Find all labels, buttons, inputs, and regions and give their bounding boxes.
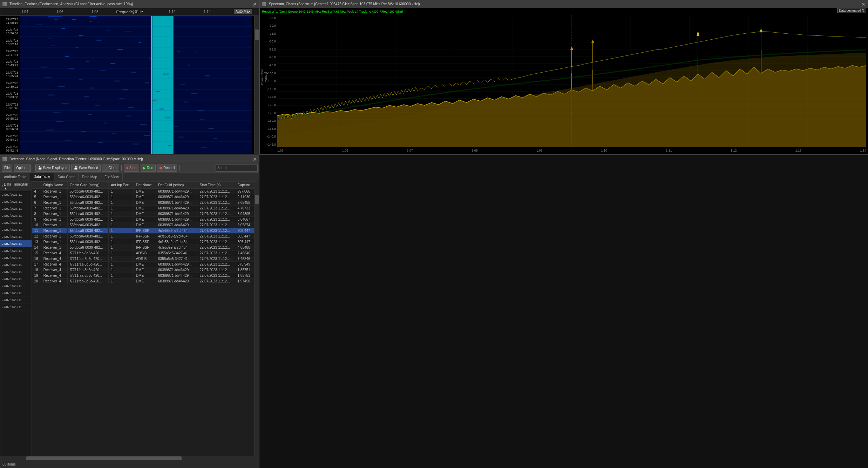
svg-rect-78 [46, 129, 54, 131]
time-row-4[interactable]: 27/07/2023 11 [0, 219, 32, 226]
table-row[interactable]: 5 Receiver_1 55fcbca6-0039-482... 1 DME … [32, 194, 254, 200]
col-header-start[interactable]: Start Time (s) [197, 182, 235, 189]
table-row[interactable]: 15 Receiver_4 f7711faa-3b6c-420... 1 ADS… [32, 250, 254, 256]
table-row[interactable]: 8 Receiver_1 55fcbca6-0039-482... 1 DME … [32, 211, 254, 217]
tab-data-map[interactable]: Data Map [79, 173, 101, 181]
timeline-close-btn[interactable]: ✕ [253, 2, 257, 7]
table-row[interactable]: 9 Receiver_1 55fcbca6-0039-482... 1 DME … [32, 217, 254, 222]
save-displayed-btn[interactable]: 💾 Save Displayed [35, 165, 70, 172]
cell-det-name: ADS-B [134, 250, 156, 256]
table-row[interactable]: 17 Receiver_4 f7711faa-3b6c-420... 1 DME… [32, 262, 254, 267]
table-row[interactable]: 14 Receiver_1 55fcbca6-0039-482... 1 IFF… [32, 245, 254, 250]
time-row-11[interactable]: 27/07/2023 11 [0, 268, 32, 275]
table-row[interactable]: 10 Receiver_1 55fcbca6-0039-482... 1 DME… [32, 222, 254, 228]
tab-data-chart[interactable]: Data Chart [54, 173, 78, 181]
time-row-10[interactable]: 27/07/2023 11 [0, 261, 32, 268]
table-row[interactable]: 12 Receiver_1 55fcbca6-0039-482... 1 IFF… [32, 234, 254, 239]
tab-data-table[interactable]: Data Table [30, 173, 54, 181]
options-menu-btn[interactable]: Options [14, 165, 30, 172]
cell-guid: 55fcbca6-0039-482... [68, 234, 109, 239]
cell-start: 27/07/2023 11:12... [197, 200, 235, 206]
cell-guid: f7711faa-3b6c-420... [68, 279, 109, 284]
svg-rect-84 [65, 140, 72, 141]
time-row-9[interactable]: 27/07/2023 11 [0, 254, 32, 261]
table-row[interactable]: 19 Receiver_4 f7711faa-3b6c-420... 1 DME… [32, 273, 254, 279]
run-label: Run [147, 166, 153, 170]
svg-rect-48 [44, 77, 52, 78]
auto-max-button[interactable]: Auto Max [234, 9, 252, 14]
time-row-6[interactable]: 27/07/2023 11 [0, 233, 32, 240]
cell-det-guid: 60389871-bb4f-429... [156, 194, 197, 200]
time-row-7-selected[interactable]: 27/07/2023 11 [0, 240, 32, 247]
time-row-13[interactable]: 27/07/2023 11 [0, 282, 32, 289]
time-row-1[interactable]: 27/07/2023 11 [0, 198, 32, 205]
time-row-8[interactable]: 27/07/2023 11 [0, 247, 32, 254]
col-header-det-name[interactable]: Det Name [134, 182, 156, 189]
time-row-2[interactable]: 27/07/2023 11 [0, 205, 32, 212]
cell-guid: 55fcbca6-0039-482... [68, 194, 109, 200]
cell-det-name: DME [134, 262, 156, 267]
table-row[interactable]: 16 Receiver_4 f7711faa-3b6c-420... 1 ADS… [32, 256, 254, 262]
timeline-scrollbar-thumb[interactable] [255, 29, 259, 40]
table-row[interactable]: 4 Receiver_1 55fcbca6-0039-482... 1 DME … [32, 189, 254, 194]
table-row[interactable]: 13 Receiver_1 55fcbca6-0039-482... 1 IFF… [32, 239, 254, 245]
table-row[interactable]: 6 Receiver_1 55fcbca6-0039-482... 1 DME … [32, 200, 254, 206]
cell-id: 10 [32, 222, 41, 228]
table-header-row: Origin Name Origin Guid (string) Ant Inp… [32, 182, 254, 189]
record-btn[interactable]: Record [157, 165, 177, 172]
col-header-det-guid[interactable]: Det Guid (string) [156, 182, 197, 189]
spectrum-close-btn[interactable]: ✕ [861, 2, 866, 7]
table-row[interactable]: 7 Receiver_1 55fcbca6-0039-482... 1 DME … [32, 206, 254, 211]
table-row[interactable]: 11 Receiver_1 55fcbca6-0039-482... 1 IFF… [32, 228, 254, 234]
time-row-0[interactable]: 27/07/2023 11 [0, 191, 32, 198]
save-sorted-btn[interactable]: 💾 Save Sorted [71, 165, 101, 172]
col-header-origin-name[interactable]: Origin Name [41, 182, 67, 189]
cell-det-name: IFF-SSR [134, 234, 156, 239]
time-sidebar-header[interactable]: ↑ Data_TimeStarr ▲ [0, 181, 32, 191]
table-h-scrollbar-thumb[interactable] [26, 456, 182, 460]
col-header-capture[interactable]: Capture [235, 182, 254, 189]
svg-rect-30 [96, 40, 101, 41]
freq-bottom-8: 1.13 [795, 149, 802, 152]
detection-close-btn[interactable]: ✕ [253, 157, 257, 162]
time-row-5[interactable]: 27/07/2023 11 [0, 226, 32, 233]
power-label-13: -125.0 [260, 111, 277, 115]
cell-guid: 55fcbca6-0039-482... [68, 200, 109, 206]
time-row-14[interactable]: 27/07/2023 11 [0, 289, 32, 296]
tab-file-view[interactable]: File View [101, 173, 122, 181]
col-header-num[interactable] [32, 182, 41, 189]
table-scrollbar-thumb[interactable] [255, 195, 259, 204]
options-label: Options [16, 166, 28, 170]
timeline-scrollbar[interactable] [254, 16, 259, 154]
svg-rect-59 [84, 96, 89, 97]
col-header-origin-guid[interactable]: Origin Guid (string) [68, 182, 109, 189]
time-row-15[interactable]: 27/07/2023 11 [0, 296, 32, 303]
clear-btn[interactable]: ◻ Clear [102, 165, 119, 172]
svg-rect-68 [53, 112, 61, 113]
svg-rect-28 [79, 35, 83, 36]
search-input[interactable] [216, 165, 258, 172]
stop-btn[interactable]: ■ Stop [124, 165, 139, 172]
run-btn[interactable]: ▶ Run [141, 165, 156, 172]
tab-attribute-table[interactable]: Attribute Table [0, 173, 30, 181]
main-data-table[interactable]: Origin Name Origin Guid (string) Ant Inp… [32, 181, 254, 456]
table-h-scrollbar[interactable] [0, 456, 259, 461]
cell-guid: 55fcbca6-0039-482... [68, 245, 109, 250]
freq-label-108: 1.08 [91, 10, 98, 14]
y-label-6: 27/07/2310:30:22 [0, 81, 20, 88]
cell-id: 6 [32, 200, 41, 206]
file-menu-btn[interactable]: File [2, 165, 12, 172]
power-label-4: -80.0 [260, 40, 277, 43]
table-scrollbar[interactable] [254, 181, 259, 456]
save-sorted-label: Save Sorted [79, 166, 98, 170]
time-row-3[interactable]: 27/07/2023 11 [0, 212, 32, 219]
cell-guid: f7711faa-3b6c-420... [68, 267, 109, 273]
spectrum-info-text: Receiver_1 [Omni Sweep:1042-1145 MHz Res… [262, 10, 403, 13]
cell-det-guid: 60389871-bb4f-429... [156, 222, 197, 228]
power-label-17: -145.0 [260, 143, 277, 146]
time-row-16[interactable]: 27/07/2023 11 [0, 303, 32, 310]
table-row[interactable]: 18 Receiver_4 f7711faa-3b6c-420... 1 DME… [32, 267, 254, 273]
col-header-ant[interactable]: Ant Inp Port [109, 182, 134, 189]
time-row-12[interactable]: 27/07/2023 11 [0, 275, 32, 282]
table-row[interactable]: 20 Receiver_4 f7711faa-3b6c-420... 1 DME… [32, 279, 254, 284]
